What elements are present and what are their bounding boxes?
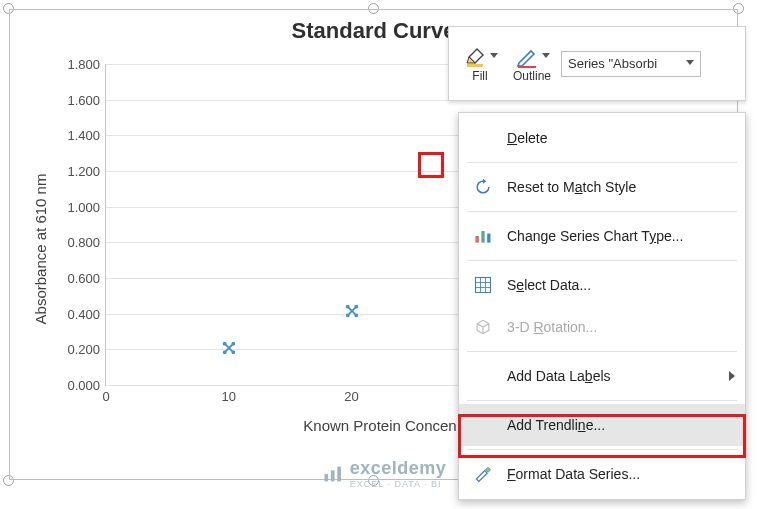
y-tick-label: 1.000	[67, 199, 106, 214]
watermark: exceldemy EXCEL · DATA · BI	[322, 458, 447, 489]
watermark-brand: exceldemy	[350, 458, 447, 479]
data-point[interactable]	[222, 341, 235, 354]
y-tick-label: 1.400	[67, 128, 106, 143]
context-menu-add-data-labels[interactable]: Add Data Labels	[459, 355, 745, 397]
y-tick-label: 0.800	[67, 235, 106, 250]
fill-button[interactable]: Fill	[457, 32, 503, 96]
svg-rect-42	[337, 466, 341, 481]
svg-rect-31	[518, 66, 536, 68]
y-tick-label: 0.400	[67, 306, 106, 321]
dropdown-caret-icon	[490, 53, 498, 61]
context-menu-3d-rotation: 3-D Rotation...	[459, 306, 745, 348]
menu-item-label: Format Data Series...	[507, 466, 640, 482]
series-selector-value: Series "Absorbi	[568, 56, 657, 71]
svg-point-9	[355, 306, 357, 308]
chart-context-menu: DeleteReset to Match StyleChange Series …	[458, 112, 746, 500]
y-tick-label: 0.600	[67, 271, 106, 286]
cube-icon	[469, 313, 497, 341]
paint-bucket-icon	[463, 45, 487, 69]
pen-outline-icon	[515, 45, 539, 69]
y-tick-label: 0.000	[67, 378, 106, 393]
outline-button[interactable]: Outline	[509, 32, 555, 96]
menu-item-label: Reset to Match Style	[507, 179, 636, 195]
y-tick-label: 1.800	[67, 57, 106, 72]
blank-icon	[469, 124, 497, 152]
menu-item-label: Delete	[507, 130, 547, 146]
blank-icon	[469, 411, 497, 439]
grid-icon	[469, 271, 497, 299]
menu-separator	[467, 449, 737, 450]
y-tick-label: 1.600	[67, 92, 106, 107]
chart-type-icon	[469, 222, 497, 250]
menu-separator	[467, 162, 737, 163]
svg-rect-41	[331, 470, 335, 481]
submenu-arrow-icon	[729, 371, 735, 381]
svg-rect-30	[467, 64, 483, 67]
svg-point-8	[346, 306, 348, 308]
x-tick-label: 0	[102, 385, 109, 404]
y-tick-label: 1.200	[67, 164, 106, 179]
context-menu-reset[interactable]: Reset to Match Style	[459, 166, 745, 208]
fill-label: Fill	[472, 69, 487, 83]
dropdown-caret-icon	[542, 53, 550, 61]
logo-icon	[322, 463, 344, 485]
watermark-tag: EXCEL · DATA · BI	[350, 479, 447, 489]
reset-icon	[469, 173, 497, 201]
svg-rect-33	[481, 231, 484, 243]
x-tick-label: 10	[222, 385, 236, 404]
svg-rect-32	[476, 236, 479, 243]
context-menu-format-series[interactable]: Format Data Series...	[459, 453, 745, 495]
context-menu-delete[interactable]: Delete	[459, 117, 745, 159]
x-axis-title[interactable]: Known Protein Concen	[303, 417, 456, 434]
svg-rect-40	[324, 474, 328, 481]
svg-point-10	[346, 314, 348, 316]
y-axis-title[interactable]: Absorbance at 610 nm	[32, 174, 49, 325]
x-tick-label: 20	[344, 385, 358, 404]
blank-icon	[469, 362, 497, 390]
menu-separator	[467, 211, 737, 212]
context-menu-add-trendline[interactable]: Add Trendline...	[459, 404, 745, 446]
menu-item-label: Add Trendline...	[507, 417, 605, 433]
mini-format-toolbar: Fill Outline Series "Absorbi	[448, 26, 746, 101]
data-point[interactable]	[345, 304, 358, 317]
menu-item-label: 3-D Rotation...	[507, 319, 597, 335]
svg-point-11	[355, 314, 357, 316]
menu-separator	[467, 351, 737, 352]
context-menu-change-type[interactable]: Change Series Chart Type...	[459, 215, 745, 257]
svg-rect-35	[476, 278, 491, 293]
context-menu-select-data[interactable]: Select Data...	[459, 264, 745, 306]
menu-separator	[467, 260, 737, 261]
format-icon	[469, 460, 497, 488]
dropdown-caret-icon	[686, 60, 694, 68]
menu-item-label: Select Data...	[507, 277, 591, 293]
menu-separator	[467, 400, 737, 401]
y-tick-label: 0.200	[67, 342, 106, 357]
menu-item-label: Add Data Labels	[507, 368, 611, 384]
series-selector-dropdown[interactable]: Series "Absorbi	[561, 51, 701, 77]
menu-item-label: Change Series Chart Type...	[507, 228, 683, 244]
svg-rect-34	[487, 234, 490, 243]
outline-label: Outline	[513, 69, 551, 83]
